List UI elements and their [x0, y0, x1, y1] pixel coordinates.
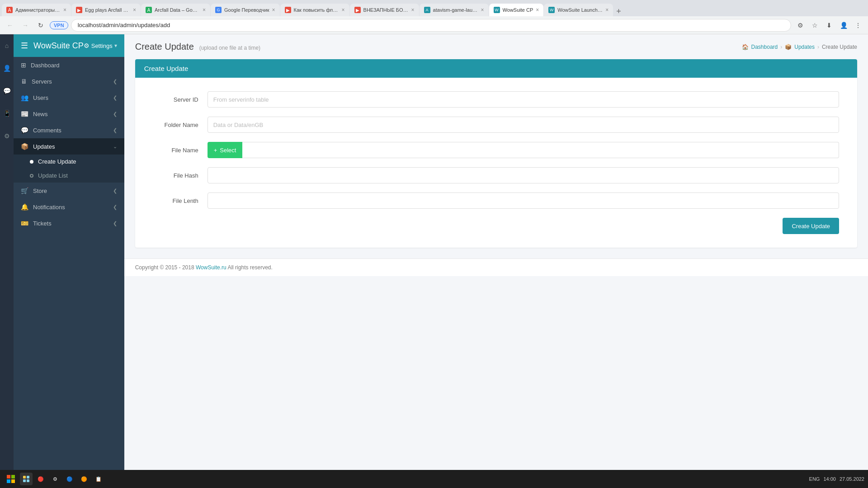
file-name-row: File Name + Select: [153, 142, 839, 158]
topbar-settings[interactable]: ⚙ Settings ▾: [84, 42, 117, 49]
breadcrumb-sep-2: ›: [817, 44, 819, 50]
folder-name-input[interactable]: [208, 117, 839, 133]
start-button[interactable]: [4, 472, 18, 486]
sidebar-sub-update-list[interactable]: Update List: [14, 169, 124, 183]
browser-tab-4[interactable]: G Google Переводчик ×: [211, 4, 280, 16]
sidebar-menu: ☰ WowSuite CP ⚙ Settings ▾ ⊞: [14, 34, 124, 470]
tab-label-8: WowSuite CP: [503, 7, 533, 13]
tab-close-9[interactable]: ×: [605, 7, 609, 13]
browser-tab-2[interactable]: ▶ Egg plays Arcfall #02 S... ×: [71, 4, 141, 16]
create-update-button[interactable]: Create Update: [783, 218, 839, 234]
strip-icon-chat[interactable]: 💬: [0, 84, 14, 98]
hamburger-icon[interactable]: ☰: [21, 41, 28, 51]
sidebar: ⌂ 👤 💬 📱 ⚙ ☰ WowSuite CP ⚙: [0, 34, 124, 470]
taskbar-icon-3[interactable]: 🔵: [63, 473, 76, 485]
brand-name: WowSuite CP: [33, 41, 84, 51]
sidebar-sub-create-update[interactable]: Create Update: [14, 155, 124, 169]
browser-tab-8[interactable]: W WowSuite CP ×: [489, 4, 544, 16]
app-topbar: ☰ WowSuite CP ⚙ Settings ▾: [14, 34, 124, 57]
news-chevron-icon: ❮: [113, 111, 117, 117]
footer-link[interactable]: WowSuite.ru: [196, 264, 227, 271]
tab-close-5[interactable]: ×: [342, 7, 345, 13]
browser-tab-7[interactable]: A atavism-game-launche... ×: [420, 4, 489, 16]
tab-close-6[interactable]: ×: [411, 7, 415, 13]
strip-icon-settings[interactable]: ⚙: [0, 129, 14, 143]
create-update-dot: [30, 160, 33, 164]
page-subtitle: (upload one file at a time): [199, 45, 260, 51]
tab-close-7[interactable]: ×: [481, 7, 484, 13]
sidebar-item-dashboard[interactable]: ⊞ Dashboard: [14, 57, 124, 73]
sidebar-item-updates[interactable]: 📦 Updates ⌄: [14, 138, 124, 155]
file-hash-input[interactable]: [208, 167, 839, 183]
breadcrumb-icon-2: 📦: [785, 44, 792, 50]
main-content: Create Update (upload one file at a time…: [124, 34, 868, 470]
taskbar-icon-5[interactable]: 📋: [92, 473, 105, 485]
server-id-input[interactable]: [208, 91, 839, 108]
new-tab-button[interactable]: +: [613, 7, 624, 16]
sidebar-sub-label-create-update: Create Update: [38, 158, 76, 165]
users-icon: 👥: [21, 94, 28, 101]
breadcrumb-updates[interactable]: Updates: [794, 44, 815, 50]
sidebar-item-users[interactable]: 👥 Users ❮: [14, 89, 124, 106]
sidebar-item-tickets[interactable]: 🎫 Tickets ❮: [14, 215, 124, 231]
taskbar-icon-1[interactable]: 🔴: [34, 473, 47, 485]
download-icon[interactable]: ⬇: [823, 19, 835, 32]
browser-tab-6[interactable]: ▶ ВНЕЗАПНЫЕ БОССЫ -... ×: [350, 4, 419, 16]
extensions-icon[interactable]: ⚙: [794, 19, 807, 32]
file-lenth-input[interactable]: [208, 192, 839, 209]
strip-icon-home[interactable]: ⌂: [0, 39, 14, 52]
sidebar-label-servers: Servers: [32, 78, 52, 85]
svg-rect-4: [23, 476, 26, 479]
tab-label-6: ВНЕЗАПНЫЕ БОССЫ -...: [363, 7, 409, 13]
file-lenth-label: File Lenth: [153, 197, 208, 204]
sidebar-item-comments[interactable]: 💬 Comments ❮: [14, 122, 124, 138]
sidebar-item-store[interactable]: 🛒 Store ❮: [14, 183, 124, 199]
vpn-badge: VPN: [50, 21, 68, 29]
tab-close-2[interactable]: ×: [133, 7, 136, 13]
refresh-button[interactable]: ↻: [34, 19, 47, 32]
sidebar-item-servers[interactable]: 🖥 Servers ❮: [14, 73, 124, 89]
more-icon[interactable]: ⋮: [852, 19, 864, 32]
taskbar-explorer-icon[interactable]: [20, 473, 33, 485]
back-button[interactable]: ←: [4, 19, 16, 32]
card-body: Server ID Folder Name File Name +: [135, 78, 857, 248]
file-hash-label: File Hash: [153, 172, 208, 179]
browser-tab-1[interactable]: А Администраторы и п... ×: [2, 4, 71, 16]
taskbar-time: 14:00: [823, 476, 836, 482]
address-bar[interactable]: [71, 19, 791, 32]
update-list-dot: [30, 174, 33, 178]
tab-label-3: Arcfall Data – Google T...: [155, 7, 200, 13]
bookmark-icon[interactable]: ☆: [808, 19, 821, 32]
tab-favicon-1: А: [6, 7, 13, 13]
taskbar-icon-4[interactable]: 🟠: [78, 473, 90, 485]
tab-close-1[interactable]: ×: [63, 7, 66, 13]
strip-icon-user[interactable]: 👤: [0, 61, 14, 75]
tab-close-4[interactable]: ×: [272, 7, 275, 13]
strip-icon-phone[interactable]: 📱: [0, 107, 14, 120]
settings-icon: ⚙: [84, 42, 90, 49]
topbar-left: ☰ WowSuite CP: [21, 41, 84, 51]
taskbar-date: 27.05.2022: [840, 476, 864, 482]
browser-tab-9[interactable]: W WowSuite Launcher 4.0... ×: [544, 4, 613, 16]
sidebar-item-notifications[interactable]: 🔔 Notifications ❮: [14, 199, 124, 215]
breadcrumb-dashboard[interactable]: Dashboard: [751, 44, 778, 50]
file-name-control: + Select: [208, 142, 839, 158]
browser-tab-3[interactable]: A Arcfall Data – Google T... ×: [141, 4, 210, 16]
breadcrumb: 🏠 Dashboard › 📦 Updates › Create Update: [742, 44, 857, 50]
taskbar-icon-2[interactable]: ⚙: [49, 473, 61, 485]
file-name-input[interactable]: [242, 142, 839, 158]
profile-icon[interactable]: 👤: [837, 19, 850, 32]
tab-close-3[interactable]: ×: [203, 7, 206, 13]
sidebar-item-news[interactable]: 📰 News ❮: [14, 106, 124, 122]
server-id-row: Server ID: [153, 91, 839, 108]
updates-chevron-icon: ⌄: [113, 144, 117, 150]
sidebar-sub-label-update-list: Update List: [38, 172, 68, 179]
card-title: Create Update: [144, 65, 189, 72]
select-button[interactable]: + Select: [208, 142, 243, 158]
svg-rect-3: [11, 479, 15, 483]
settings-chevron-icon: ▾: [114, 42, 117, 49]
tab-close-8[interactable]: ×: [536, 7, 539, 13]
dashboard-icon: ⊞: [21, 61, 26, 69]
browser-tab-5[interactable]: ▶ Как повысить фпс в иг... ×: [280, 4, 349, 16]
forward-button[interactable]: →: [19, 19, 32, 32]
